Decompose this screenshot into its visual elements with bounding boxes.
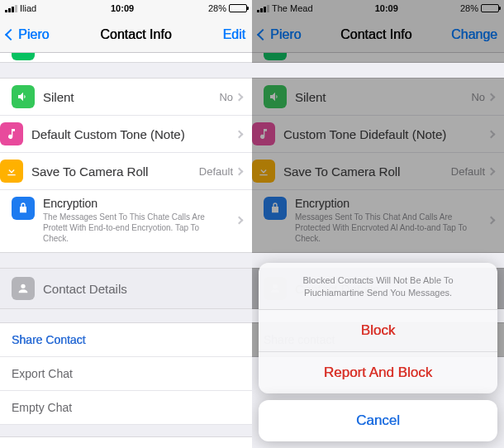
contact-details-row: Contact Details: [252, 268, 504, 309]
encryption-desc: Messages Sent To This Chat And Calls Are…: [295, 212, 477, 244]
signal-icon: [257, 5, 269, 12]
status-bar: The Mead 10:09 28%: [252, 0, 504, 17]
save-row: Save To Camera Roll Default: [252, 152, 504, 189]
save-value: Default: [199, 165, 233, 178]
chevron-right-icon: [235, 167, 244, 175]
music-icon: [252, 122, 275, 145]
back-label: Piero: [18, 27, 49, 42]
carrier-label: Iliad: [20, 3, 36, 13]
silent-label: Silent: [295, 90, 471, 104]
chevron-right-icon: [487, 167, 496, 175]
chevron-right-icon: [235, 130, 244, 138]
navbar: Piero Contact Info Change: [252, 17, 504, 53]
battery-icon: [481, 4, 499, 12]
person-icon: [12, 277, 35, 300]
settings-section: Silent No Custom Tone Didefault (Note) S…: [252, 78, 504, 253]
clock: 10:09: [375, 3, 398, 13]
change-button[interactable]: Change: [451, 27, 497, 42]
edit-button[interactable]: Edit: [222, 27, 245, 42]
page-title: Contact Info: [340, 27, 411, 42]
save-value: Default: [451, 165, 485, 178]
save-label: Save To Camera Roll: [31, 164, 199, 179]
battery-percent: 28%: [208, 3, 226, 13]
save-row[interactable]: Save To Camera Roll Default: [0, 152, 252, 189]
music-icon: [0, 122, 23, 145]
chevron-left-icon: [5, 28, 17, 40]
empty-chat-row[interactable]: Empty Chat: [0, 391, 252, 425]
silent-value: No: [471, 91, 485, 103]
silent-row: Silent No: [252, 79, 504, 115]
silent-label: Silent: [43, 90, 219, 104]
encryption-desc: The Messages Sent To This Chate Calls Ar…: [43, 212, 225, 244]
export-chat-row[interactable]: Export Chat: [0, 357, 252, 391]
tone-label: Default Custom Tone (Note): [31, 127, 236, 141]
clock: 10:09: [111, 3, 134, 13]
tone-label: Custom Tone Didefault (Note): [283, 127, 488, 141]
battery-icon: [229, 4, 247, 12]
chevron-right-icon: [235, 217, 244, 225]
encryption-row: Encryption Messages Sent To This Chat An…: [252, 189, 504, 252]
contact-details-row[interactable]: Contact Details: [0, 268, 252, 309]
encryption-row[interactable]: Encryption The Messages Sent To This Cha…: [0, 189, 252, 252]
silent-value: No: [219, 91, 233, 103]
signal-icon: [5, 5, 17, 12]
contact-details-label: Contact Details: [295, 282, 379, 296]
speaker-icon: [12, 85, 35, 108]
chevron-right-icon: [487, 217, 496, 225]
download-icon: [252, 160, 275, 183]
carrier-label: The Mead: [272, 3, 313, 13]
tone-row: Custom Tone Didefault (Note): [252, 115, 504, 152]
navbar: Piero Contact Info Edit: [0, 17, 252, 53]
chevron-right-icon: [235, 93, 244, 101]
speaker-icon: [264, 85, 287, 108]
partial-row: [252, 53, 504, 63]
phone-left: Iliad 10:09 28% Piero Contact Info Edit …: [0, 0, 252, 448]
chevron-right-icon: [487, 93, 496, 101]
partial-row: [0, 53, 252, 63]
download-icon: [0, 160, 23, 183]
page-title: Contact Info: [100, 27, 171, 42]
chevron-right-icon: [487, 130, 496, 138]
encryption-title: Encryption: [43, 197, 236, 210]
battery-percent: 28%: [460, 3, 478, 13]
save-label: Save To Camera Roll: [283, 164, 451, 179]
tone-row[interactable]: Default Custom Tone (Note): [0, 115, 252, 152]
back-button[interactable]: Piero: [7, 27, 49, 42]
encryption-title: Encryption: [295, 197, 488, 210]
phone-right: The Mead 10:09 28% Piero Contact Info Ch…: [252, 0, 504, 448]
back-label: Piero: [270, 27, 301, 42]
person-icon: [264, 277, 287, 300]
settings-section: Silent No Default Custom Tone (Note) Sav…: [0, 78, 252, 253]
lock-icon: [264, 197, 287, 220]
content-scroll[interactable]: Silent No Default Custom Tone (Note) Sav…: [0, 53, 252, 448]
share-contact-row: Share contact: [252, 322, 504, 357]
silent-row[interactable]: Silent No: [0, 79, 252, 115]
back-button[interactable]: Piero: [259, 27, 301, 42]
block-contact-row[interactable]: Block Contact: [0, 436, 252, 448]
lock-icon: [12, 197, 35, 220]
share-contact-row[interactable]: Share Contact: [0, 322, 252, 357]
status-bar: Iliad 10:09 28%: [0, 0, 252, 17]
chevron-left-icon: [257, 28, 269, 40]
contact-details-label: Contact Details: [43, 282, 127, 296]
content-scroll: Silent No Custom Tone Didefault (Note) S…: [252, 53, 504, 448]
